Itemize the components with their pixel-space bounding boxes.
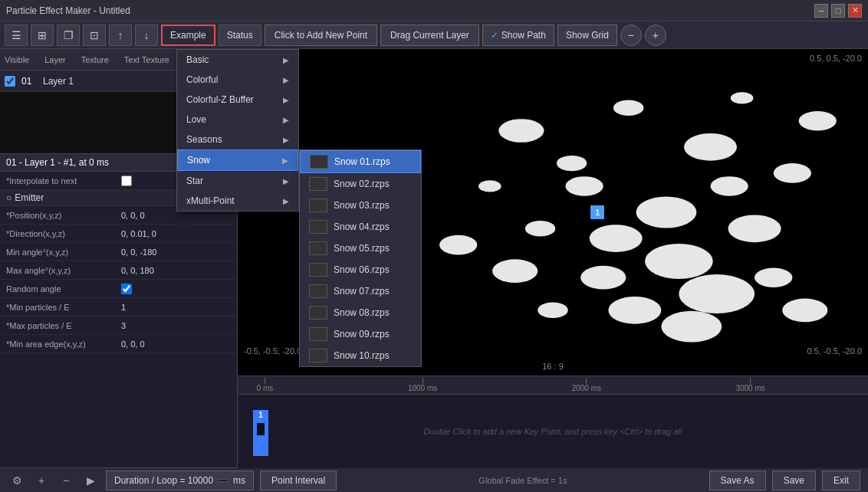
max-particles-value: 3 [121,321,126,330]
snow-sub-item-01[interactable]: Snow 01.rzps [300,150,421,173]
layer-name: Layer 1 [43,76,186,87]
svg-point-0 [613,100,643,115]
example-menu-button[interactable]: Example [161,25,215,46]
main-area: Visible Layer Texture Text Texture 01 La… [0,49,868,467]
max-angle-value: 0, 0, 180 [121,266,154,275]
dropdown-item-basic[interactable]: Basic▶ [177,50,298,70]
snow-icon-02 [309,177,327,191]
snow-icon-08 [309,306,327,320]
drag-current-layer-button[interactable]: Drag Current Layer [380,25,479,46]
status-remove-icon[interactable]: − [57,471,75,490]
direction-row: *Direction(x,y,z) 0, 0.01, 0 [0,225,237,243]
maximize-button[interactable]: □ [831,4,845,18]
dropdown-item-seasons[interactable]: Seasons▶ [177,130,298,149]
svg-point-16 [557,156,587,171]
tool-down[interactable]: ↓ [135,25,158,46]
tool-copy[interactable]: ❐ [57,25,80,46]
statusbar: ⚙ + − ▶ Duration / Loop = 10000 ms Point… [0,467,868,492]
tool-add-layer[interactable]: ⊞ [31,25,54,46]
snow-sub-item-09[interactable]: Snow 09.rzps [300,323,421,345]
dropdown-item-star[interactable]: Star▶ [177,171,298,191]
save-button[interactable]: Save [772,471,816,490]
snow-icon-05 [309,241,327,255]
show-path-check-icon: ✓ [491,30,498,41]
zoom-in-button[interactable]: + [645,25,666,46]
dropdown-overlay: Basic▶ Colorful▶ Colorful-Z Buffer▶ Love… [176,49,299,212]
keyframe-block[interactable]: 1 [253,410,268,456]
snow-sub-item-03[interactable]: Snow 03.rzps [300,195,421,216]
layer-visible-checkbox[interactable] [5,76,15,87]
dropdown-item-love[interactable]: Love▶ [177,110,298,130]
snow-icon-04 [309,220,327,234]
col-layer: Layer [44,55,66,64]
show-grid-label: Show Grid [566,30,609,41]
status-play-icon[interactable]: ▶ [81,471,100,490]
dropdown-item-xmulti[interactable]: xMulti-Point▶ [177,191,298,211]
tool-menu[interactable]: ☰ [5,25,28,46]
minimize-button[interactable]: ─ [814,4,828,18]
svg-point-21 [439,235,477,255]
col-visible: Visible [5,55,29,64]
snow-sub-item-07[interactable]: Snow 07.rzps [300,280,421,302]
status-person-icon[interactable]: ⚙ [8,471,26,490]
snow-sub-item-06[interactable]: Snow 06.rzps [300,259,421,280]
min-particles-row: *Min particles / E 1 [0,298,237,317]
show-grid-button[interactable]: Show Grid [557,25,617,46]
toolbar: ☰ ⊞ ❐ ⊡ ↑ ↓ Example Status Click to Add … [0,21,868,49]
svg-point-17 [661,311,722,343]
ruler-mark-0ms: 0 ms [257,378,274,392]
close-button[interactable]: ✕ [848,4,862,18]
min-particles-value: 1 [121,303,126,312]
min-area-label: *Min area edge(x,y,z) [6,339,121,349]
save-as-button[interactable]: Save As [709,471,766,490]
example-dropdown: Basic▶ Colorful▶ Colorful-Z Buffer▶ Love… [176,49,299,212]
status-menu-button[interactable]: Status [219,25,261,46]
snow-sub-item-08[interactable]: Snow 08.rzps [300,302,421,323]
snow-icon-06 [309,263,327,277]
random-angle-label: Random angle [6,284,121,294]
keyframe-badge: 1 [590,205,604,219]
max-angle-row: Max angle°(x,y,z) 0, 0, 180 [0,261,237,280]
snow-sub-item-05[interactable]: Snow 05.rzps [300,238,421,259]
interpolate-checkbox[interactable] [121,175,132,186]
timeline-content[interactable]: Double Click to add a new Key Point, and… [238,395,868,468]
max-angle-label: Max angle°(x,y,z) [6,266,121,275]
snow-icon-09 [309,327,327,341]
exit-button[interactable]: Exit [822,471,860,490]
svg-point-18 [492,259,538,283]
keyframe-number: 1 [253,410,268,420]
timeline-ruler: 0 ms 1000 ms 2000 ms 3000 ms [238,376,868,395]
snow-icon-01 [310,155,328,169]
svg-point-15 [755,267,792,287]
click-add-new-point-button[interactable]: Click to Add New Point [265,25,377,46]
timeline-hint: Double Click to add a new Key Point, and… [238,427,868,436]
emitter-collapse-icon[interactable]: ○ [6,192,12,203]
canvas-bottom-left-label: -0.5, -0.5, -20.0 [244,346,301,356]
show-path-button[interactable]: ✓ Show Path [482,25,554,46]
svg-point-13 [679,274,755,313]
tool-multi[interactable]: ⊡ [83,25,106,46]
snow-sub-item-02[interactable]: Snow 02.rzps [300,173,421,195]
svg-point-19 [782,298,827,322]
svg-point-22 [590,225,643,252]
zoom-out-button[interactable]: − [620,25,642,46]
random-angle-checkbox[interactable] [121,284,132,294]
status-add-icon[interactable]: + [32,471,51,490]
ruler-mark-3000ms: 3000 ms [735,378,764,392]
snow-sub-item-04[interactable]: Snow 04.rzps [300,216,421,238]
layer-number: 01 [21,76,37,87]
svg-point-14 [608,297,661,324]
min-area-value: 0, 0, 0 [121,339,145,349]
point-interval-button[interactable]: Point Interval [260,471,337,490]
snow-icon-10 [309,349,327,362]
snow-sub-item-10[interactable]: Snow 10.rzps [300,345,421,366]
dropdown-item-colorful[interactable]: Colorful▶ [177,70,298,90]
titlebar: Particle Effect Maker - Untitled ─ □ ✕ [0,0,868,21]
tool-up[interactable]: ↑ [109,25,132,46]
direction-label: *Direction(x,y,z) [6,229,121,238]
canvas-bottom-right-label: 0.5, -0.5, -20.0 [807,346,862,356]
dropdown-item-snow[interactable]: Snow▶ [177,149,298,171]
random-angle-row: Random angle [0,280,237,298]
dropdown-item-colorful-z[interactable]: Colorful-Z Buffer▶ [177,90,298,110]
duration-value [218,479,229,482]
